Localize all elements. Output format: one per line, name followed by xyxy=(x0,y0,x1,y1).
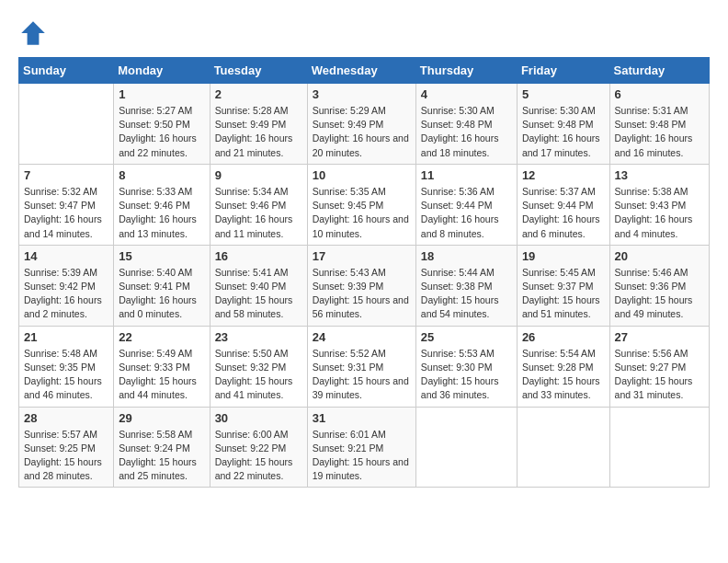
calendar-cell xyxy=(415,407,517,488)
calendar-cell: 5Sunrise: 5:30 AMSunset: 9:48 PMDaylight… xyxy=(517,84,609,165)
cell-info: Sunrise: 5:35 AMSunset: 9:45 PMDaylight:… xyxy=(313,185,411,241)
cell-info: Sunrise: 5:50 AMSunset: 9:32 PMDaylight:… xyxy=(215,347,302,403)
day-number: 19 xyxy=(522,249,605,263)
calendar-cell xyxy=(517,407,609,488)
calendar-cell: 6Sunrise: 5:31 AMSunset: 9:48 PMDaylight… xyxy=(609,84,709,165)
weekday-header-row: Sunday Monday Tuesday Wednesday Thursday… xyxy=(19,58,710,84)
day-number: 4 xyxy=(421,87,512,101)
calendar-row: 7Sunrise: 5:32 AMSunset: 9:47 PMDaylight… xyxy=(19,164,710,245)
day-number: 8 xyxy=(119,168,204,182)
calendar-cell: 21Sunrise: 5:48 AMSunset: 9:35 PMDayligh… xyxy=(19,326,114,407)
calendar-cell: 30Sunrise: 6:00 AMSunset: 9:22 PMDayligh… xyxy=(210,407,307,488)
calendar-row: 14Sunrise: 5:39 AMSunset: 9:42 PMDayligh… xyxy=(19,245,710,326)
day-number: 26 xyxy=(522,330,605,344)
day-number: 10 xyxy=(313,168,411,182)
cell-info: Sunrise: 5:31 AMSunset: 9:48 PMDaylight:… xyxy=(615,104,704,160)
calendar-cell: 28Sunrise: 5:57 AMSunset: 9:25 PMDayligh… xyxy=(19,407,114,488)
day-number: 15 xyxy=(119,249,204,263)
cell-info: Sunrise: 5:43 AMSunset: 9:39 PMDaylight:… xyxy=(313,266,411,322)
cell-info: Sunrise: 5:27 AMSunset: 9:50 PMDaylight:… xyxy=(119,104,204,160)
header-monday: Monday xyxy=(114,58,210,84)
cell-info: Sunrise: 5:45 AMSunset: 9:37 PMDaylight:… xyxy=(522,266,605,322)
day-number: 16 xyxy=(215,249,302,263)
day-number: 30 xyxy=(215,411,302,425)
calendar-cell: 16Sunrise: 5:41 AMSunset: 9:40 PMDayligh… xyxy=(210,245,307,326)
cell-info: Sunrise: 5:58 AMSunset: 9:24 PMDaylight:… xyxy=(119,428,204,484)
day-number: 2 xyxy=(215,87,302,101)
cell-info: Sunrise: 5:48 AMSunset: 9:35 PMDaylight:… xyxy=(24,347,108,403)
header-thursday: Thursday xyxy=(415,58,517,84)
page-header xyxy=(18,18,710,48)
day-number: 9 xyxy=(215,168,302,182)
day-number: 21 xyxy=(24,330,108,344)
calendar-cell: 12Sunrise: 5:37 AMSunset: 9:44 PMDayligh… xyxy=(517,164,609,245)
header-friday: Friday xyxy=(517,58,609,84)
calendar-row: 1Sunrise: 5:27 AMSunset: 9:50 PMDaylight… xyxy=(19,84,710,165)
calendar-cell: 4Sunrise: 5:30 AMSunset: 9:48 PMDaylight… xyxy=(415,84,517,165)
day-number: 29 xyxy=(119,411,204,425)
day-number: 3 xyxy=(313,87,411,101)
day-number: 12 xyxy=(522,168,605,182)
cell-info: Sunrise: 5:56 AMSunset: 9:27 PMDaylight:… xyxy=(615,347,704,403)
cell-info: Sunrise: 5:49 AMSunset: 9:33 PMDaylight:… xyxy=(119,347,204,403)
day-number: 25 xyxy=(421,330,512,344)
calendar-cell: 10Sunrise: 5:35 AMSunset: 9:45 PMDayligh… xyxy=(307,164,415,245)
calendar-cell: 31Sunrise: 6:01 AMSunset: 9:21 PMDayligh… xyxy=(307,407,415,488)
calendar-cell: 13Sunrise: 5:38 AMSunset: 9:43 PMDayligh… xyxy=(609,164,709,245)
cell-info: Sunrise: 5:30 AMSunset: 9:48 PMDaylight:… xyxy=(421,104,512,160)
cell-info: Sunrise: 5:40 AMSunset: 9:41 PMDaylight:… xyxy=(119,266,204,322)
day-number: 17 xyxy=(313,249,411,263)
logo xyxy=(18,18,51,48)
calendar-cell: 2Sunrise: 5:28 AMSunset: 9:49 PMDaylight… xyxy=(210,84,307,165)
day-number: 27 xyxy=(615,330,704,344)
calendar-cell: 7Sunrise: 5:32 AMSunset: 9:47 PMDaylight… xyxy=(19,164,114,245)
calendar-cell: 25Sunrise: 5:53 AMSunset: 9:30 PMDayligh… xyxy=(415,326,517,407)
header-tuesday: Tuesday xyxy=(210,58,307,84)
header-saturday: Saturday xyxy=(609,58,709,84)
calendar-cell: 23Sunrise: 5:50 AMSunset: 9:32 PMDayligh… xyxy=(210,326,307,407)
calendar-cell: 18Sunrise: 5:44 AMSunset: 9:38 PMDayligh… xyxy=(415,245,517,326)
day-number: 23 xyxy=(215,330,302,344)
cell-info: Sunrise: 5:37 AMSunset: 9:44 PMDaylight:… xyxy=(522,185,605,241)
svg-marker-0 xyxy=(21,21,45,45)
calendar-cell: 17Sunrise: 5:43 AMSunset: 9:39 PMDayligh… xyxy=(307,245,415,326)
cell-info: Sunrise: 5:53 AMSunset: 9:30 PMDaylight:… xyxy=(421,347,512,403)
cell-info: Sunrise: 5:54 AMSunset: 9:28 PMDaylight:… xyxy=(522,347,605,403)
cell-info: Sunrise: 5:33 AMSunset: 9:46 PMDaylight:… xyxy=(119,185,204,241)
calendar-cell: 15Sunrise: 5:40 AMSunset: 9:41 PMDayligh… xyxy=(114,245,210,326)
calendar-cell: 27Sunrise: 5:56 AMSunset: 9:27 PMDayligh… xyxy=(609,326,709,407)
day-number: 20 xyxy=(615,249,704,263)
calendar-cell: 1Sunrise: 5:27 AMSunset: 9:50 PMDaylight… xyxy=(114,84,210,165)
day-number: 7 xyxy=(24,168,108,182)
cell-info: Sunrise: 5:46 AMSunset: 9:36 PMDaylight:… xyxy=(615,266,704,322)
calendar-cell xyxy=(609,407,709,488)
cell-info: Sunrise: 5:30 AMSunset: 9:48 PMDaylight:… xyxy=(522,104,605,160)
cell-info: Sunrise: 5:38 AMSunset: 9:43 PMDaylight:… xyxy=(615,185,704,241)
calendar-cell xyxy=(19,84,114,165)
calendar-cell: 14Sunrise: 5:39 AMSunset: 9:42 PMDayligh… xyxy=(19,245,114,326)
calendar-row: 28Sunrise: 5:57 AMSunset: 9:25 PMDayligh… xyxy=(19,407,710,488)
calendar-cell: 9Sunrise: 5:34 AMSunset: 9:46 PMDaylight… xyxy=(210,164,307,245)
logo-icon xyxy=(18,18,48,48)
calendar-cell: 29Sunrise: 5:58 AMSunset: 9:24 PMDayligh… xyxy=(114,407,210,488)
cell-info: Sunrise: 5:57 AMSunset: 9:25 PMDaylight:… xyxy=(24,428,108,484)
cell-info: Sunrise: 5:34 AMSunset: 9:46 PMDaylight:… xyxy=(215,185,302,241)
header-sunday: Sunday xyxy=(19,58,114,84)
calendar-cell: 11Sunrise: 5:36 AMSunset: 9:44 PMDayligh… xyxy=(415,164,517,245)
cell-info: Sunrise: 6:01 AMSunset: 9:21 PMDaylight:… xyxy=(313,428,411,484)
calendar-row: 21Sunrise: 5:48 AMSunset: 9:35 PMDayligh… xyxy=(19,326,710,407)
cell-info: Sunrise: 5:28 AMSunset: 9:49 PMDaylight:… xyxy=(215,104,302,160)
day-number: 31 xyxy=(313,411,411,425)
cell-info: Sunrise: 5:41 AMSunset: 9:40 PMDaylight:… xyxy=(215,266,302,322)
day-number: 28 xyxy=(24,411,108,425)
calendar-cell: 20Sunrise: 5:46 AMSunset: 9:36 PMDayligh… xyxy=(609,245,709,326)
cell-info: Sunrise: 5:32 AMSunset: 9:47 PMDaylight:… xyxy=(24,185,108,241)
day-number: 11 xyxy=(421,168,512,182)
day-number: 5 xyxy=(522,87,605,101)
cell-info: Sunrise: 6:00 AMSunset: 9:22 PMDaylight:… xyxy=(215,428,302,484)
calendar-table: Sunday Monday Tuesday Wednesday Thursday… xyxy=(18,57,710,488)
calendar-cell: 24Sunrise: 5:52 AMSunset: 9:31 PMDayligh… xyxy=(307,326,415,407)
day-number: 14 xyxy=(24,249,108,263)
calendar-cell: 3Sunrise: 5:29 AMSunset: 9:49 PMDaylight… xyxy=(307,84,415,165)
calendar-cell: 22Sunrise: 5:49 AMSunset: 9:33 PMDayligh… xyxy=(114,326,210,407)
